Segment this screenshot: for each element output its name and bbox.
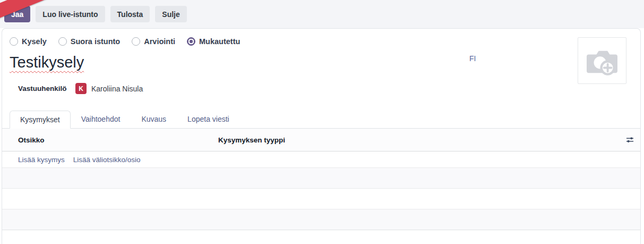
radio-label: Kysely	[22, 37, 47, 46]
table-add-row: Lisää kysymys Lisää väliotsikko/osio	[2, 152, 640, 168]
optional-columns-button[interactable]	[625, 136, 634, 144]
tab-kuvaus[interactable]: Kuvaus	[131, 110, 177, 128]
avatar[interactable]: K	[75, 83, 87, 94]
print-button[interactable]: Tulosta	[110, 6, 150, 22]
sliders-icon	[626, 136, 634, 144]
responsible-user-link[interactable]: Karoliina Nisula	[91, 85, 143, 93]
table-row	[2, 189, 640, 209]
radio-option-suora-istunto[interactable]: Suora istunto	[58, 37, 120, 46]
close-button[interactable]: Sulje	[155, 6, 186, 22]
camera-plus-icon	[586, 45, 619, 76]
column-header-otsikko[interactable]: Otsikko	[18, 136, 218, 144]
title-row: Testikysely	[10, 54, 84, 71]
radio-unchecked-icon[interactable]	[10, 37, 18, 46]
table-row	[2, 209, 640, 230]
tab-lopeta-viesti[interactable]: Lopeta viesti	[177, 110, 240, 128]
questions-table: Otsikko Kysymyksen tyyppi Lisää kysymys …	[2, 129, 640, 230]
translation-language-badge[interactable]: FI	[469, 54, 476, 63]
tab-kysymykset[interactable]: Kysymykset	[10, 111, 71, 129]
add-section-link[interactable]: Lisää väliotsikko/osio	[73, 156, 141, 164]
statusbar: Jaa Luo live-istunto Tulosta Sulje	[0, 0, 644, 28]
image-upload-placeholder[interactable]	[578, 37, 626, 84]
column-header-kysymyksen-tyyppi[interactable]: Kysymyksen tyyppi	[218, 136, 285, 144]
notebook-tabs: Kysymykset Vaihtoehdot Kuvaus Lopeta vie…	[2, 111, 640, 129]
table-row	[2, 168, 640, 189]
radio-label: Suora istunto	[71, 37, 120, 46]
radio-unchecked-icon[interactable]	[132, 37, 140, 46]
survey-title-input[interactable]: Testikysely	[10, 54, 84, 71]
questions-table-header: Otsikko Kysymyksen tyyppi	[2, 129, 640, 152]
radio-unchecked-icon[interactable]	[58, 37, 67, 46]
tab-vaihtoehdot[interactable]: Vaihtoehdot	[71, 110, 131, 128]
responsible-field-label: Vastuuhenkilö	[18, 85, 75, 92]
radio-checked-icon[interactable]	[187, 37, 195, 46]
radio-option-mukautettu[interactable]: Mukautettu	[187, 37, 240, 46]
radio-label: Mukautettu	[199, 37, 240, 46]
survey-form-sheet: Kysely Suora istunto Arviointi Mukautett…	[2, 28, 641, 244]
create-live-session-button[interactable]: Luo live-istunto	[36, 6, 105, 22]
radio-option-kysely[interactable]: Kysely	[10, 37, 47, 46]
add-question-link[interactable]: Lisää kysymys	[18, 156, 65, 164]
survey-type-radio-group: Kysely Suora istunto Arviointi Mukautett…	[10, 37, 240, 46]
radio-label: Arviointi	[144, 37, 175, 46]
responsible-field-row: Vastuuhenkilö K Karoliina Nisula	[18, 83, 143, 94]
radio-option-arviointi[interactable]: Arviointi	[132, 37, 175, 46]
share-button[interactable]: Jaa	[4, 6, 30, 22]
